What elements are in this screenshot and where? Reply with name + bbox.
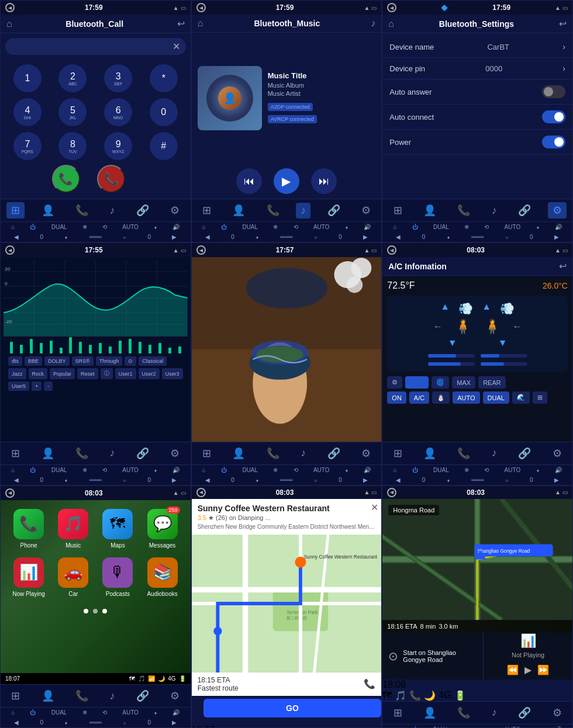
play-button[interactable]: ▶ [274, 168, 299, 194]
setting-auto-connect[interactable]: Auto connect [382, 105, 572, 130]
fan-btn[interactable]: ⟲ [294, 224, 298, 230]
nav-tab-settings[interactable]: ⚙ [548, 202, 567, 219]
dual-label[interactable]: DUAL [242, 224, 258, 230]
home-climate[interactable]: ⌂ [11, 467, 15, 473]
dial-8[interactable]: 8TUV [58, 132, 87, 160]
ac-fan-speed-btn[interactable] [405, 376, 429, 389]
preset-user2[interactable]: User2 [139, 368, 160, 379]
nav-tab-link[interactable]: 🔗 [513, 202, 536, 219]
nav-tab-phone[interactable]: 📞 [453, 445, 475, 462]
nav-tab-music[interactable]: ♪ [105, 688, 120, 704]
home-climate[interactable]: ⌂ [393, 726, 396, 728]
power-btn[interactable]: ⏻ [30, 467, 36, 473]
dial-4[interactable]: 4GHI [13, 98, 42, 126]
dot-2[interactable] [93, 609, 98, 613]
map-area[interactable]: Xin'ercun Park 新二村公园 Sunny Coffee Wester… [192, 535, 382, 672]
auto-label[interactable]: AUTO [122, 467, 139, 473]
setting-power[interactable]: Power [382, 130, 572, 155]
nav-tab-phone[interactable]: 📞 [262, 202, 284, 219]
preset-classical[interactable]: Classical [139, 356, 167, 366]
snow-btn[interactable]: ❄ [273, 224, 278, 230]
power-btn[interactable]: ⏻ [412, 224, 418, 230]
snow-btn[interactable]: ❄ [464, 467, 469, 473]
vol-btn[interactable]: 🔊 [172, 709, 180, 716]
dial-3[interactable]: 3DEF [104, 64, 132, 92]
nav-tab-link[interactable]: 🔗 [132, 202, 154, 219]
nav-tab-link[interactable]: 🔗 [132, 445, 154, 462]
power-btn[interactable]: ⏻ [412, 467, 418, 473]
preset-dts[interactable]: dts [8, 356, 22, 366]
auto-connect-toggle[interactable] [542, 110, 565, 123]
nav-tab-phone[interactable]: 📞 [453, 202, 475, 219]
nav-tab-settings[interactable]: ⚙ [548, 445, 567, 462]
fan-up-right[interactable]: ▲ [482, 301, 491, 316]
nav-tab-settings[interactable]: ⚙ [357, 202, 375, 219]
dial-6[interactable]: 6MNO [104, 98, 132, 126]
fan-btn[interactable]: ⟲ [484, 726, 489, 728]
seat-btn[interactable]: ⬧ [154, 224, 157, 230]
power-btn[interactable]: ⏻ [30, 224, 36, 230]
fan-btn[interactable]: ⟲ [484, 467, 489, 473]
setting-device-pin[interactable]: Device pin 0000 › [382, 58, 572, 79]
nav-tab-link[interactable]: 🔗 [513, 445, 536, 462]
nav-tab-grid[interactable]: ⊞ [198, 445, 216, 462]
nav-tab-link[interactable]: 🔗 [132, 688, 154, 704]
eq-bar[interactable] [119, 341, 122, 353]
auto-label[interactable]: AUTO [313, 467, 330, 473]
eq-bar[interactable] [139, 342, 141, 353]
nav-tab-grid[interactable]: ⊞ [389, 202, 407, 219]
home-icon-p2[interactable]: ⌂ [198, 18, 203, 29]
nav-tab-phone[interactable]: 📞 [453, 705, 475, 721]
back-button-p9[interactable]: ◀ [387, 488, 396, 497]
temp-ctl[interactable]: ⬧ [256, 477, 259, 483]
temp-ctl[interactable]: ⬧ [447, 477, 450, 483]
back-button-p2[interactable]: ◀ [196, 3, 206, 12]
right-arrow[interactable]: ▶ [172, 477, 177, 483]
nav-tab-grid[interactable]: ⊞ [6, 445, 25, 462]
dual-label[interactable]: DUAL [433, 224, 449, 230]
power-btn[interactable]: ⏻ [412, 726, 418, 728]
snow-btn[interactable]: ❄ [82, 467, 87, 473]
nav-tab-phone[interactable]: 📞 [262, 445, 284, 462]
eq-bar[interactable] [60, 348, 63, 353]
ac-on-btn[interactable]: ON [387, 391, 406, 404]
video-area[interactable] [192, 257, 382, 441]
home-icon-p3[interactable]: ⌂ [388, 19, 394, 29]
temp-ctl[interactable]: ⬧ [64, 234, 68, 240]
ac-dual-btn[interactable]: DUAL [483, 391, 509, 404]
preset-jazz[interactable]: Jazz [8, 368, 26, 379]
nav-tab-phone[interactable]: 📞 [71, 688, 93, 704]
fan-btn[interactable]: ⟲ [484, 224, 489, 230]
auto-answer-toggle[interactable] [542, 85, 565, 98]
back-button-p3[interactable]: ◀ [387, 3, 396, 12]
dial-7[interactable]: 7PQRS [13, 132, 42, 160]
nav-tab-music[interactable]: ♪ [296, 203, 310, 219]
nav-tab-grid[interactable]: ⊞ [6, 202, 25, 219]
dial-2[interactable]: 2ABC [58, 64, 87, 92]
nav-tab-user[interactable]: 👤 [419, 445, 441, 462]
preset-rock[interactable]: Rock [29, 368, 48, 379]
back-button-p6[interactable]: ◀ [387, 245, 396, 255]
end-call-button[interactable]: 📞 [97, 165, 125, 193]
ac-max-btn[interactable]: MAX [452, 376, 475, 389]
nav-tab-user[interactable]: 👤 [419, 202, 441, 219]
eq-bar[interactable] [89, 345, 92, 353]
preset-reset[interactable]: Reset [77, 368, 98, 379]
dual-label[interactable]: DUAL [51, 709, 67, 716]
nav-tab-link[interactable]: 🔗 [323, 445, 345, 462]
fan-btn[interactable]: ⟲ [294, 467, 298, 473]
rewind-button[interactable]: ⏪ [507, 664, 519, 675]
nav-tab-settings[interactable]: ⚙ [165, 445, 184, 462]
nav-tab-link[interactable]: 🔗 [513, 705, 536, 721]
eq-bar[interactable] [79, 342, 82, 353]
vol-btn[interactable]: 🔊 [555, 726, 562, 728]
right-arrow[interactable]: ▶ [172, 234, 177, 240]
app-maps[interactable]: 🗺 Maps [98, 509, 137, 549]
map-top[interactable]: Shangliao Gongye Road Hongma Road [382, 499, 572, 620]
eq-bar[interactable] [178, 346, 181, 353]
nav-tab-music[interactable]: ♪ [105, 445, 120, 461]
dial-star[interactable]: * [150, 64, 178, 92]
app-phone[interactable]: 📞 Phone [9, 509, 48, 549]
nav-tab-link[interactable]: 🔗 [323, 202, 345, 219]
app-messages[interactable]: 💬 259 Messages [143, 509, 181, 549]
